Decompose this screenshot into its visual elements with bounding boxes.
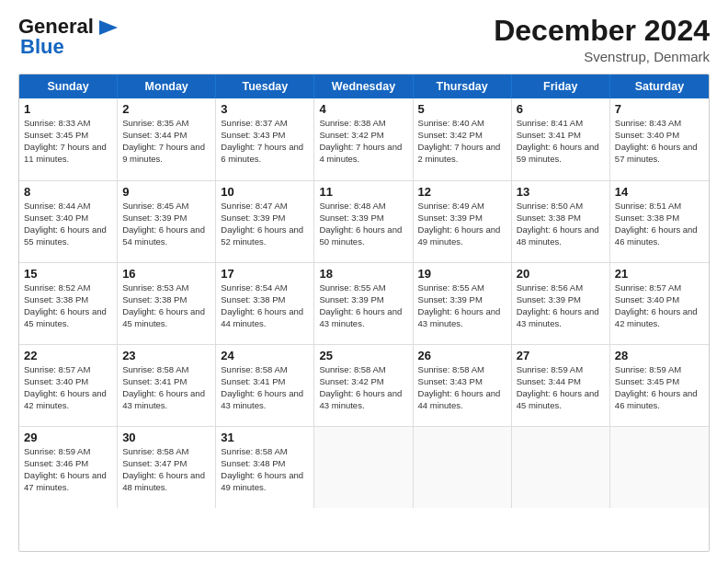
- day-num-17: 17: [221, 267, 309, 281]
- day-5: 5 Sunrise: 8:40 AM Sunset: 3:42 PM Dayli…: [414, 98, 512, 180]
- day-24: 24 Sunrise: 8:58 AMSunset: 3:41 PMDaylig…: [216, 345, 314, 426]
- logo-arrow-icon: [96, 18, 121, 37]
- svg-marker-0: [99, 20, 118, 35]
- day-11: 11 Sunrise: 8:48 AMSunset: 3:39 PMDaylig…: [314, 181, 413, 262]
- empty-cell-1: [314, 427, 413, 508]
- header-tuesday: Tuesday: [216, 75, 314, 98]
- title-block: December 2024 Svenstrup, Denmark: [494, 15, 710, 64]
- header-friday: Friday: [512, 75, 610, 98]
- day-num-14: 14: [615, 185, 704, 199]
- day-22: 22 Sunrise: 8:57 AMSunset: 3:40 PMDaylig…: [19, 345, 118, 426]
- header-thursday: Thursday: [414, 75, 512, 98]
- day-num-28: 28: [615, 349, 704, 362]
- day-15: 15 Sunrise: 8:52 AMSunset: 3:38 PMDaylig…: [19, 263, 118, 344]
- day-14: 14 Sunrise: 8:51 AMSunset: 3:38 PMDaylig…: [610, 181, 709, 262]
- location: Svenstrup, Denmark: [494, 49, 710, 64]
- day-10: 10 Sunrise: 8:47 AMSunset: 3:39 PMDaylig…: [216, 181, 314, 262]
- empty-cell-4: [610, 427, 709, 508]
- day-num-11: 11: [319, 185, 407, 199]
- day-26: 26 Sunrise: 8:58 AMSunset: 3:43 PMDaylig…: [414, 345, 512, 426]
- day-num-27: 27: [517, 349, 605, 362]
- day-info-4: Sunrise: 8:38 AM Sunset: 3:42 PM Dayligh…: [319, 118, 407, 165]
- day-6: 6 Sunrise: 8:41 AM Sunset: 3:41 PM Dayli…: [512, 98, 610, 180]
- day-num-19: 19: [418, 267, 506, 281]
- week-2: 8 Sunrise: 8:44 AMSunset: 3:40 PMDayligh…: [19, 180, 709, 262]
- day-num-25: 25: [319, 349, 407, 362]
- day-19: 19 Sunrise: 8:55 AMSunset: 3:39 PMDaylig…: [414, 263, 512, 344]
- day-17: 17 Sunrise: 8:54 AMSunset: 3:38 PMDaylig…: [216, 263, 314, 344]
- header-saturday: Saturday: [610, 75, 709, 98]
- day-info-5: Sunrise: 8:40 AM Sunset: 3:42 PM Dayligh…: [418, 118, 506, 165]
- day-13: 13 Sunrise: 8:50 AMSunset: 3:38 PMDaylig…: [512, 181, 610, 262]
- week-3: 15 Sunrise: 8:52 AMSunset: 3:38 PMDaylig…: [19, 262, 709, 344]
- day-num-26: 26: [418, 349, 506, 362]
- day-num-29: 29: [24, 431, 112, 444]
- page: General Blue December 2024 Svenstrup, De…: [0, 0, 728, 563]
- day-info-6: Sunrise: 8:41 AM Sunset: 3:41 PM Dayligh…: [517, 118, 605, 165]
- day-num-15: 15: [24, 267, 112, 281]
- logo: General Blue: [18, 15, 121, 59]
- calendar-body: 1 Sunrise: 8:33 AM Sunset: 3:45 PM Dayli…: [19, 98, 709, 508]
- day-21: 21 Sunrise: 8:57 AMSunset: 3:40 PMDaylig…: [610, 263, 709, 344]
- day-num-8: 8: [24, 185, 112, 199]
- day-num-21: 21: [615, 267, 704, 281]
- day-18: 18 Sunrise: 8:55 AMSunset: 3:39 PMDaylig…: [314, 263, 413, 344]
- day-2: 2 Sunrise: 8:35 AM Sunset: 3:44 PM Dayli…: [118, 98, 216, 180]
- day-num-12: 12: [418, 185, 506, 199]
- day-1: 1 Sunrise: 8:33 AM Sunset: 3:45 PM Dayli…: [19, 98, 118, 180]
- day-num-3: 3: [221, 102, 309, 116]
- header-sunday: Sunday: [19, 75, 118, 98]
- day-info-7: Sunrise: 8:43 AM Sunset: 3:40 PM Dayligh…: [615, 118, 704, 165]
- empty-cell-3: [512, 427, 610, 508]
- day-num-31: 31: [221, 431, 309, 444]
- day-num-24: 24: [221, 349, 309, 362]
- day-num-10: 10: [221, 185, 309, 199]
- empty-cell-2: [414, 427, 512, 508]
- day-info-3: Sunrise: 8:37 AM Sunset: 3:43 PM Dayligh…: [221, 118, 309, 165]
- week-5: 29 Sunrise: 8:59 AMSunset: 3:46 PMDaylig…: [19, 426, 709, 508]
- day-num-5: 5: [418, 102, 506, 116]
- day-num-30: 30: [122, 431, 210, 444]
- day-num-20: 20: [517, 267, 605, 281]
- day-num-4: 4: [319, 102, 407, 116]
- day-num-16: 16: [122, 267, 210, 281]
- day-num-22: 22: [24, 349, 112, 362]
- logo-blue: Blue: [20, 35, 64, 59]
- calendar: Sunday Monday Tuesday Wednesday Thursday…: [18, 74, 710, 552]
- day-29: 29 Sunrise: 8:59 AMSunset: 3:46 PMDaylig…: [19, 427, 118, 508]
- day-num-7: 7: [615, 102, 704, 116]
- day-31: 31 Sunrise: 8:58 AMSunset: 3:48 PMDaylig…: [216, 427, 314, 508]
- day-num-1: 1: [24, 102, 112, 116]
- day-num-13: 13: [517, 185, 605, 199]
- day-8: 8 Sunrise: 8:44 AMSunset: 3:40 PMDayligh…: [19, 181, 118, 262]
- day-16: 16 Sunrise: 8:53 AMSunset: 3:38 PMDaylig…: [118, 263, 216, 344]
- day-30: 30 Sunrise: 8:58 AMSunset: 3:47 PMDaylig…: [118, 427, 216, 508]
- header: General Blue December 2024 Svenstrup, De…: [18, 15, 710, 64]
- header-wednesday: Wednesday: [314, 75, 413, 98]
- day-27: 27 Sunrise: 8:59 AMSunset: 3:44 PMDaylig…: [512, 345, 610, 426]
- day-num-18: 18: [319, 267, 407, 281]
- day-9: 9 Sunrise: 8:45 AMSunset: 3:39 PMDayligh…: [118, 181, 216, 262]
- week-4: 22 Sunrise: 8:57 AMSunset: 3:40 PMDaylig…: [19, 344, 709, 426]
- day-info-2: Sunrise: 8:35 AM Sunset: 3:44 PM Dayligh…: [122, 118, 210, 165]
- header-monday: Monday: [118, 75, 216, 98]
- day-4: 4 Sunrise: 8:38 AM Sunset: 3:42 PM Dayli…: [314, 98, 413, 180]
- day-20: 20 Sunrise: 8:56 AMSunset: 3:39 PMDaylig…: [512, 263, 610, 344]
- day-num-23: 23: [122, 349, 210, 362]
- day-num-9: 9: [122, 185, 210, 199]
- month-title: December 2024: [494, 15, 710, 47]
- day-3: 3 Sunrise: 8:37 AM Sunset: 3:43 PM Dayli…: [216, 98, 314, 180]
- calendar-header: Sunday Monday Tuesday Wednesday Thursday…: [19, 75, 709, 98]
- week-1: 1 Sunrise: 8:33 AM Sunset: 3:45 PM Dayli…: [19, 98, 709, 180]
- day-25: 25 Sunrise: 8:58 AMSunset: 3:42 PMDaylig…: [314, 345, 413, 426]
- day-12: 12 Sunrise: 8:49 AMSunset: 3:39 PMDaylig…: [414, 181, 512, 262]
- day-23: 23 Sunrise: 8:58 AMSunset: 3:41 PMDaylig…: [118, 345, 216, 426]
- day-info-1: Sunrise: 8:33 AM Sunset: 3:45 PM Dayligh…: [24, 118, 112, 165]
- day-num-6: 6: [517, 102, 605, 116]
- day-28: 28 Sunrise: 8:59 AMSunset: 3:45 PMDaylig…: [610, 345, 709, 426]
- day-num-2: 2: [122, 102, 210, 116]
- day-7: 7 Sunrise: 8:43 AM Sunset: 3:40 PM Dayli…: [610, 98, 709, 180]
